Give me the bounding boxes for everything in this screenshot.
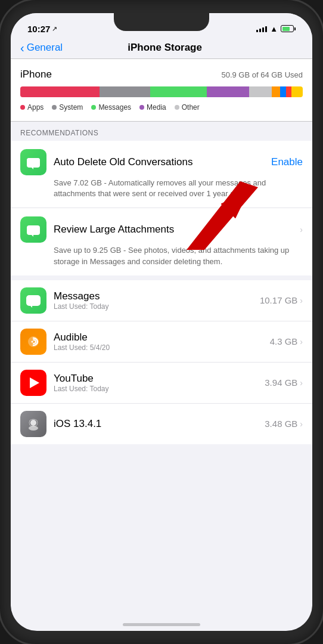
svg-rect-1 [27, 158, 40, 162]
bar-messages [150, 86, 207, 97]
youtube-app-info: YouTube Last Used: Today [54, 373, 257, 393]
auto-delete-description: Save 7.02 GB - Automatically removes all… [20, 178, 303, 199]
page-title: iPhone Storage [63, 42, 267, 54]
bar-extra2 [280, 86, 285, 97]
wifi-icon: ▲ [270, 24, 278, 33]
storage-header: iPhone 50.9 GB of 64 GB Used [20, 69, 303, 80]
app-list-item-messages[interactable]: Messages Last Used: Today 10.17 GB › [11, 280, 312, 321]
messages-app-icon [20, 287, 46, 314]
svg-marker-9 [29, 304, 32, 308]
messages-last-used: Last Used: Today [54, 302, 253, 311]
ios-app-info: iOS 13.4.1 [54, 418, 257, 430]
legend-dot-system [52, 105, 57, 110]
svg-point-12 [30, 420, 36, 426]
ios-size-row: 3.48 GB › [265, 419, 303, 429]
legend-messages: Messages [91, 103, 131, 112]
back-button[interactable]: ‹ General [20, 42, 63, 54]
svg-rect-8 [26, 295, 41, 306]
storage-section: iPhone 50.9 GB of 64 GB Used [11, 59, 312, 122]
battery-icon [281, 25, 296, 32]
bar-apps [20, 86, 100, 97]
auto-delete-title-row: Auto Delete Old Conversations Enable [54, 156, 303, 168]
app-list-item-ios[interactable]: iOS 13.4.1 3.48 GB › [11, 404, 312, 444]
bar-extra4 [291, 86, 303, 97]
bar-extra3 [286, 86, 291, 97]
storage-bar [20, 86, 303, 97]
recommendation-review-attachments[interactable]: Review Large Attachments › Save up to 9.… [11, 208, 312, 275]
messages-size-row: 10.17 GB › [260, 295, 303, 305]
status-time: 10:27 [27, 24, 50, 34]
bar-media [207, 86, 249, 97]
review-attachments-description: Save up to 9.25 GB - See photos, videos,… [20, 245, 303, 267]
youtube-size: 3.94 GB [265, 377, 297, 388]
legend-label-system: System [59, 103, 83, 112]
recommendation-auto-delete[interactable]: Auto Delete Old Conversations Enable Sav… [11, 141, 312, 208]
audible-chevron-icon: › [300, 337, 303, 346]
youtube-play-icon [30, 377, 39, 388]
nav-bar: ‹ General iPhone Storage [11, 39, 312, 59]
signal-bars-icon [256, 25, 267, 32]
bar-other [249, 86, 272, 97]
legend-apps: Apps [20, 103, 44, 112]
legend-label-messages: Messages [98, 103, 131, 112]
home-indicator [123, 623, 200, 626]
youtube-chevron-icon: › [300, 378, 303, 388]
youtube-app-icon [20, 370, 46, 396]
audible-app-name: Audible [54, 332, 263, 343]
legend-system: System [52, 103, 83, 112]
audible-last-used: Last Used: 5/4/20 [54, 343, 263, 352]
back-chevron-icon: ‹ [20, 42, 24, 54]
bar-extra1 [272, 86, 280, 97]
spacer-1 [11, 275, 312, 280]
svg-point-11 [32, 340, 33, 342]
audible-size: 4.3 GB [270, 336, 298, 346]
recommendations-section: Auto Delete Old Conversations Enable Sav… [11, 141, 312, 275]
youtube-size-row: 3.94 GB › [265, 377, 303, 388]
ios-app-icon [20, 411, 46, 437]
messages-app-name: Messages [54, 290, 253, 302]
app-list-item-youtube[interactable]: YouTube Last Used: Today 3.94 GB › [11, 363, 312, 404]
app-list-item-audible[interactable]: Audible Last Used: 5/4/20 4.3 GB › [11, 321, 312, 363]
auto-delete-enable-button[interactable]: Enable [271, 156, 303, 168]
ios-app-name: iOS 13.4.1 [54, 418, 257, 430]
app-list: Messages Last Used: Today 10.17 GB › [11, 280, 312, 444]
review-attachments-chevron-icon: › [300, 225, 303, 234]
legend-label-other: Other [182, 103, 200, 112]
youtube-last-used: Last Used: Today [54, 385, 257, 393]
youtube-app-name: YouTube [54, 373, 257, 385]
recommendations-header: RECOMMENDATIONS [11, 122, 312, 141]
ios-chevron-icon: › [300, 419, 303, 429]
legend-other: Other [175, 103, 200, 112]
signal-bar-1 [256, 30, 258, 32]
auto-delete-title: Auto Delete Old Conversations [54, 156, 192, 168]
messages-chevron-icon: › [300, 296, 303, 305]
device-name: iPhone [20, 69, 52, 80]
legend-media: Media [139, 103, 166, 112]
legend-dot-other [175, 105, 179, 110]
auto-delete-icon [20, 149, 46, 175]
messages-size: 10.17 GB [260, 295, 297, 305]
status-icons: ▲ [256, 24, 296, 33]
signal-bar-4 [265, 26, 267, 32]
storage-legend: Apps System Messages Media [20, 103, 303, 112]
legend-dot-messages [91, 105, 96, 110]
review-attachments-icon [20, 216, 46, 243]
bar-system [100, 86, 150, 97]
audible-app-info: Audible Last Used: 5/4/20 [54, 332, 263, 352]
signal-bar-2 [259, 29, 261, 32]
legend-label-apps: Apps [27, 103, 44, 112]
notch [114, 13, 209, 31]
audible-size-row: 4.3 GB › [270, 336, 303, 346]
review-attachments-title-row: Review Large Attachments › [54, 224, 303, 236]
phone-frame: 10:27 ↗ ▲ [0, 0, 323, 644]
review-attachments-title: Review Large Attachments [54, 224, 174, 236]
legend-dot-apps [20, 105, 25, 110]
phone-screen: 10:27 ↗ ▲ [11, 13, 312, 631]
legend-label-media: Media [147, 103, 166, 112]
legend-dot-media [139, 105, 144, 110]
back-label[interactable]: General [27, 42, 63, 54]
content-area: iPhone 50.9 GB of 64 GB Used [11, 59, 312, 444]
messages-app-info: Messages Last Used: Today [54, 290, 253, 311]
audible-app-icon [20, 329, 46, 355]
storage-used-text: 50.9 GB of 64 GB Used [221, 70, 303, 79]
